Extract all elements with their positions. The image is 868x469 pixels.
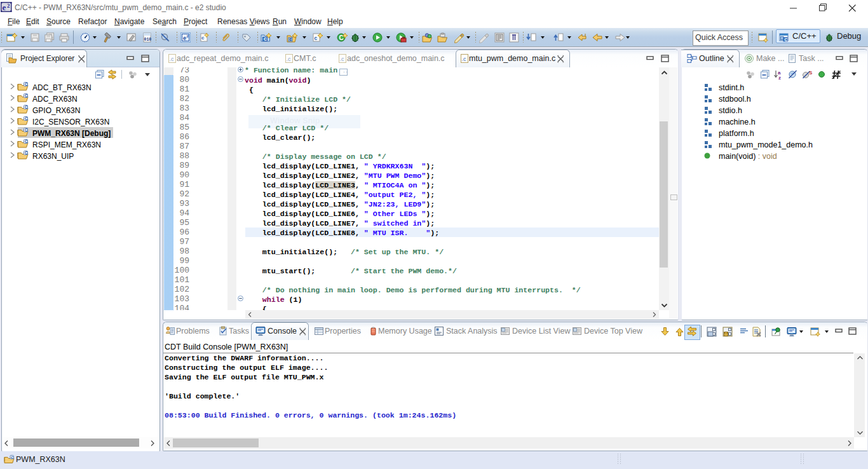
svg-text:C: C [25, 93, 28, 98]
svg-text:C: C [264, 37, 267, 41]
svg-text:010: 010 [144, 37, 152, 42]
svg-text:C: C [11, 456, 14, 459]
svg-text:2: 2 [7, 3, 10, 9]
svg-text:.c: .c [462, 56, 467, 62]
svg-text:S: S [809, 70, 813, 76]
svg-text:.c: .c [340, 56, 345, 62]
svg-text:c: c [201, 35, 205, 41]
svg-text:C: C [25, 82, 28, 86]
svg-text:c: c [315, 35, 318, 41]
svg-text:C: C [25, 105, 28, 109]
svg-text:c: c [290, 37, 292, 41]
svg-text:z: z [778, 75, 781, 81]
svg-text:C: C [25, 151, 28, 155]
svg-text:C: C [785, 37, 788, 42]
svg-text:e: e [3, 3, 6, 12]
svg-text:C: C [25, 139, 28, 144]
svg-text:.c: .c [287, 56, 292, 62]
svg-text:e: e [183, 35, 186, 41]
svg-text:C: C [25, 116, 28, 121]
svg-text:C: C [25, 128, 28, 132]
svg-text:.c: .c [170, 56, 175, 62]
